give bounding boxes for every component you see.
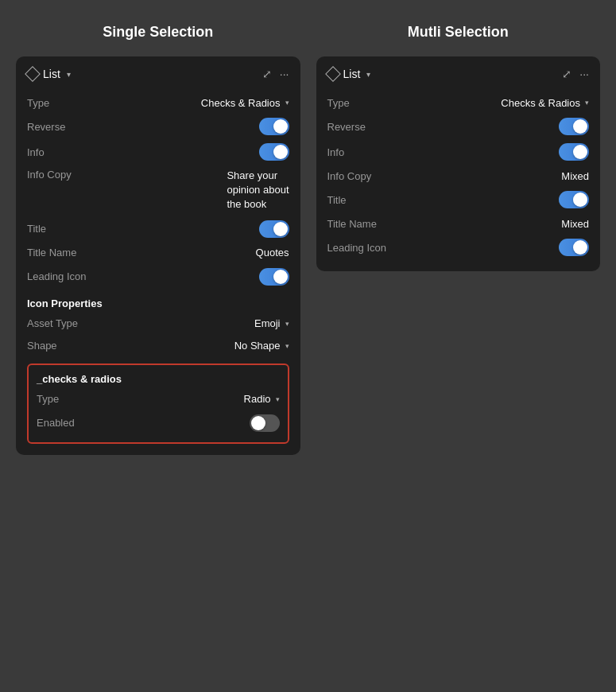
r-leading-icon-label: Leading Icon [327,242,399,254]
r-title-toggle-knob [573,192,587,207]
more-icon[interactable]: ··· [280,68,289,80]
shape-chevron-icon: ▾ [285,342,289,350]
info-row: Info [27,139,289,165]
asset-type-row: Asset Type Emoji ▾ [27,313,289,335]
r-type-row: Type Checks & Radios ▾ [327,91,590,114]
diamond-icon-right [325,66,341,82]
r-info-copy-label: Info Copy [327,170,399,182]
r-info-copy-row: Info Copy Mixed [327,165,590,187]
title-name-label: Title Name [27,247,99,259]
asset-type-value[interactable]: Emoji ▾ [254,317,289,329]
shape-row: Shape No Shape ▾ [27,335,289,357]
multi-selection-column: Mutli Selection List ▾ ⤢ ··· Type Checks… [316,24,601,455]
type-value[interactable]: Checks & Radios ▾ [201,97,289,109]
type-label: Type [27,97,99,109]
title-toggle-knob [273,222,288,236]
shape-value[interactable]: No Shape ▾ [234,340,289,352]
share-icon[interactable]: ⤢ [262,68,272,80]
r-leading-icon-row: Leading Icon [327,235,590,260]
leading-icon-label: Leading Icon [27,270,99,282]
r-info-toggle-knob [573,145,587,159]
panel-header-right-right-group: ⤢ ··· [562,68,589,80]
single-selection-title: Single Selection [103,24,213,41]
r-title-name-value: Mixed [561,218,589,230]
info-copy-value: Share youropinion aboutthe book [227,169,289,212]
reverse-toggle[interactable] [259,118,289,135]
cr-type-label: Type [37,393,108,405]
checks-radios-header: _checks & radios [37,371,280,388]
shape-value-text: No Shape [234,340,281,352]
r-type-value[interactable]: Checks & Radios ▾ [501,97,589,109]
title-toggle[interactable] [259,220,289,238]
cr-enabled-toggle-knob [251,416,265,430]
type-row: Type Checks & Radios ▾ [27,91,289,114]
multi-selection-title: Mutli Selection [408,24,509,41]
panel-header-right: List ▾ ⤢ ··· [327,68,590,80]
r-info-row: Info [327,139,590,165]
r-title-toggle[interactable] [559,191,589,208]
r-reverse-toggle[interactable] [559,118,589,135]
r-reverse-row: Reverse [327,114,590,139]
r-type-label: Type [327,97,399,109]
asset-type-label: Asset Type [27,317,99,329]
shape-label: Shape [27,340,99,352]
cr-type-chevron-icon: ▾ [276,395,280,403]
r-info-copy-value: Mixed [561,170,589,182]
title-name-value: Quotes [256,247,289,259]
panel-title: List [43,68,60,80]
r-type-chevron-icon: ▾ [585,99,589,107]
cr-enabled-label: Enabled [37,417,108,429]
info-copy-label: Info Copy [27,169,99,181]
panel-header-right-left-group: List ▾ [327,68,371,80]
info-toggle-knob [273,145,288,159]
more-icon-right[interactable]: ··· [579,68,589,80]
r-type-value-text: Checks & Radios [501,97,580,109]
icon-properties-header: Icon Properties [27,290,289,313]
r-leading-icon-toggle-knob [573,240,587,255]
cr-type-value-text: Radio [244,393,271,405]
cr-enabled-row: Enabled [37,410,280,436]
r-info-label: Info [327,146,399,158]
info-label: Info [27,146,99,158]
single-selection-column: Single Selection List ▾ ⤢ ··· Type Check… [16,24,300,455]
reverse-row: Reverse [27,114,289,139]
title-row: Title [27,216,289,242]
panel-header-left-group: List ▾ [27,68,71,80]
single-selection-panel: List ▾ ⤢ ··· Type Checks & Radios ▾ Reve… [16,56,300,455]
r-reverse-label: Reverse [327,121,399,133]
panel-header-left: List ▾ ⤢ ··· [27,68,289,80]
list-chevron-icon-right[interactable]: ▾ [366,70,370,79]
panel-header-right-group: ⤢ ··· [262,68,289,80]
list-chevron-icon[interactable]: ▾ [67,70,71,79]
r-title-name-label: Title Name [327,218,399,230]
r-leading-icon-toggle[interactable] [559,239,589,256]
asset-type-chevron-icon: ▾ [285,320,289,328]
leading-icon-row: Leading Icon [27,264,289,290]
r-title-name-row: Title Name Mixed [327,212,590,235]
diamond-icon [25,66,41,82]
r-title-row: Title [327,187,590,212]
asset-type-value-text: Emoji [254,317,281,329]
checks-radios-section: _checks & radios Type Radio ▾ Enabled [27,363,289,444]
info-copy-row: Info Copy Share youropinion aboutthe boo… [27,165,289,216]
cr-type-row: Type Radio ▾ [37,388,280,410]
reverse-toggle-knob [273,119,288,134]
info-toggle[interactable] [259,143,289,161]
r-reverse-toggle-knob [573,119,587,134]
r-title-label: Title [327,194,399,206]
panel-title-right: List [343,68,361,80]
type-value-text: Checks & Radios [201,97,281,109]
cr-enabled-toggle[interactable] [250,414,280,432]
title-label: Title [27,223,99,235]
leading-icon-toggle[interactable] [259,268,289,286]
cr-type-value[interactable]: Radio ▾ [244,393,280,405]
r-info-toggle[interactable] [559,143,589,161]
reverse-label: Reverse [27,121,99,133]
title-name-row: Title Name Quotes [27,242,289,264]
multi-selection-panel: List ▾ ⤢ ··· Type Checks & Radios ▾ Reve… [316,56,601,271]
share-icon-right[interactable]: ⤢ [562,68,571,80]
type-chevron-icon: ▾ [285,99,289,107]
leading-icon-toggle-knob [273,270,288,284]
